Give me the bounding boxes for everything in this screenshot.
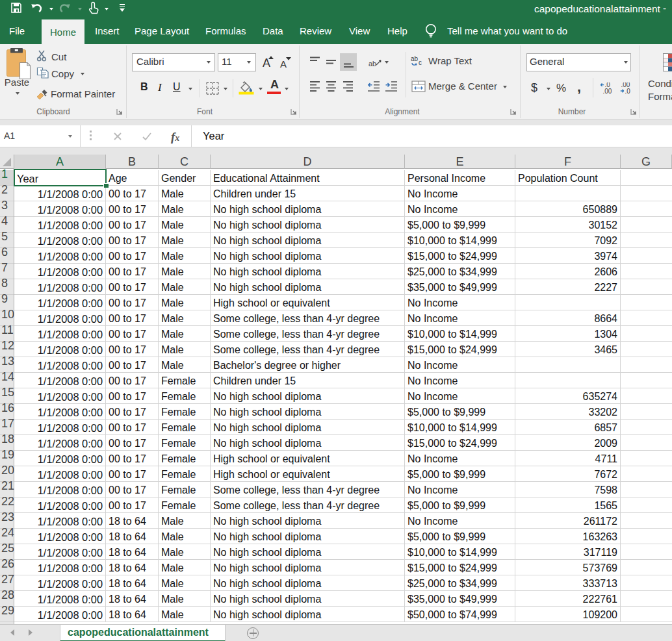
svg-text:.00: .00 bbox=[603, 88, 612, 95]
svg-text:.0: .0 bbox=[625, 88, 631, 95]
svg-text:ab: ab bbox=[411, 55, 419, 62]
svg-text:ab: ab bbox=[368, 60, 376, 68]
svg-text:c: c bbox=[419, 59, 422, 66]
